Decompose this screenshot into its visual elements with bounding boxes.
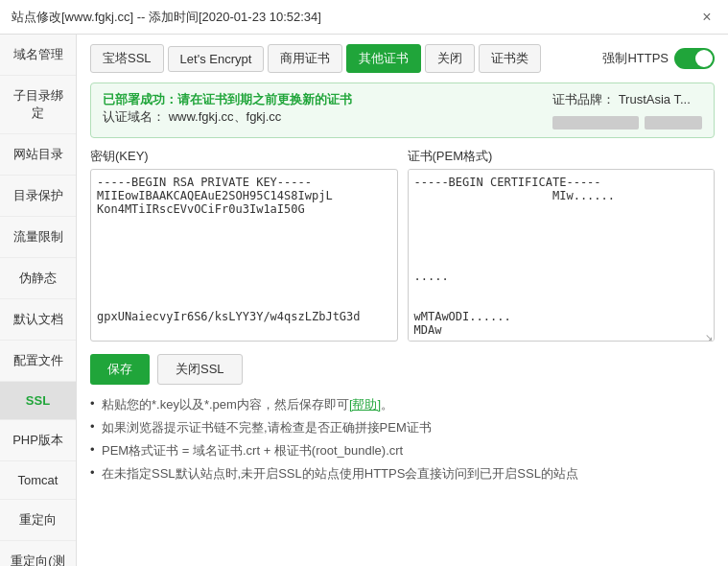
sidebar-item-redirect[interactable]: 重定向 [0, 500, 76, 541]
tab-cert-types[interactable]: 证书类 [479, 44, 541, 73]
main-layout: 域名管理子目录绑定网站目录目录保护流量限制伪静态默认文档配置文件SSLPHP版本… [0, 35, 728, 566]
title-bar: 站点修改[www.fgkj.cc] -- 添加时间[2020-01-23 10:… [0, 0, 728, 35]
sidebar-item-dirprotect[interactable]: 目录保护 [0, 176, 76, 217]
note-item-0: 粘贴您的*.key以及*.pem内容，然后保存即可[帮助]。 [90, 396, 715, 413]
notes-list: 粘贴您的*.key以及*.pem内容，然后保存即可[帮助]。如果浏览器提示证书链… [90, 396, 715, 483]
help-link[interactable]: [帮助] [349, 397, 381, 412]
action-buttons: 保存 关闭SSL [90, 354, 715, 385]
brand-placeholder-1 [552, 116, 639, 130]
brand-value: TrustAsia T... [619, 92, 691, 106]
domain-label: 认证域名： [103, 109, 165, 124]
key-editor-col: 密钥(KEY) [90, 148, 398, 344]
sidebar-item-pseudostatic[interactable]: 伪静态 [0, 258, 76, 299]
force-https-toggle[interactable] [674, 48, 715, 69]
info-box: 已部署成功：请在证书到期之前更换新的证书 认证域名： www.fgkj.cc、f… [90, 83, 715, 138]
key-editor-label: 密钥(KEY) [90, 148, 398, 165]
resize-indicator: ↘ [705, 332, 713, 342]
sidebar-item-ssl[interactable]: SSL [0, 382, 76, 420]
domain-values: www.fgkj.cc、fgkj.cc [169, 109, 282, 124]
note-item-1: 如果浏览器提示证书链不完整,请检查是否正确拼接PEM证书 [90, 419, 715, 436]
content-area: 宝塔SSLLet's Encrypt商用证书其他证书关闭证书类 强制HTTPS … [77, 35, 728, 566]
sidebar-item-defaultdoc[interactable]: 默认文档 [0, 299, 76, 341]
tab-baota-ssl[interactable]: 宝塔SSL [90, 44, 164, 73]
note-item-2: PEM格式证书 = 域名证书.crt + 根证书(root_bundle).cr… [90, 442, 715, 460]
force-https-section: 强制HTTPS [602, 48, 715, 69]
tabs-row: 宝塔SSLLet's Encrypt商用证书其他证书关闭证书类 强制HTTPS [90, 44, 715, 73]
tab-other-cert[interactable]: 其他证书 [346, 44, 421, 73]
cert-editor-textarea[interactable] [408, 169, 716, 342]
brand-placeholder-2 [645, 116, 702, 130]
toggle-knob [695, 50, 713, 67]
close-button[interactable]: × [697, 8, 716, 27]
sidebar-item-traffic[interactable]: 流量限制 [0, 217, 76, 258]
save-button[interactable]: 保存 [90, 354, 150, 385]
close-ssl-button[interactable]: 关闭SSL [157, 354, 243, 385]
tab-commercial[interactable]: 商用证书 [268, 44, 342, 73]
sidebar-item-config[interactable]: 配置文件 [0, 341, 76, 382]
sidebar-item-php[interactable]: PHP版本 [0, 420, 76, 461]
sidebar: 域名管理子目录绑定网站目录目录保护流量限制伪静态默认文档配置文件SSLPHP版本… [0, 35, 77, 566]
cert-editor-col: 证书(PEM格式) ↘ [408, 148, 716, 344]
tab-close[interactable]: 关闭 [425, 44, 475, 73]
domain-info: 认证域名： www.fgkj.cc、fgkj.cc [103, 108, 352, 126]
deploy-status: 已部署成功：请在证书到期之前更换新的证书 [103, 91, 352, 108]
window-title: 站点修改[www.fgkj.cc] -- 添加时间[2020-01-23 10:… [12, 9, 321, 26]
note-item-3: 在未指定SSL默认站点时,未开启SSL的站点使用HTTPS会直接访问到已开启SS… [90, 465, 715, 483]
sidebar-item-domain[interactable]: 域名管理 [0, 35, 76, 76]
editors-row: 密钥(KEY) 证书(PEM格式) ↘ [90, 148, 715, 344]
sidebar-item-tomcat[interactable]: Tomcat [0, 461, 76, 500]
cert-editor-label: 证书(PEM格式) [408, 148, 716, 165]
sidebar-item-webdir[interactable]: 网站目录 [0, 134, 76, 176]
main-window: 站点修改[www.fgkj.cc] -- 添加时间[2020-01-23 10:… [0, 0, 728, 566]
brand-label: 证书品牌： TrustAsia T... [552, 91, 702, 108]
tab-lets-encrypt[interactable]: Let's Encrypt [168, 46, 265, 72]
status-label: 已部署成功：请在证书到期之前更换新的证书 [103, 92, 352, 106]
force-https-label: 强制HTTPS [602, 50, 669, 67]
sidebar-item-subdir[interactable]: 子目录绑定 [0, 76, 76, 134]
sidebar-item-redirect_test[interactable]: 重定向(测试版) [0, 541, 76, 566]
key-editor-textarea[interactable] [90, 169, 398, 342]
